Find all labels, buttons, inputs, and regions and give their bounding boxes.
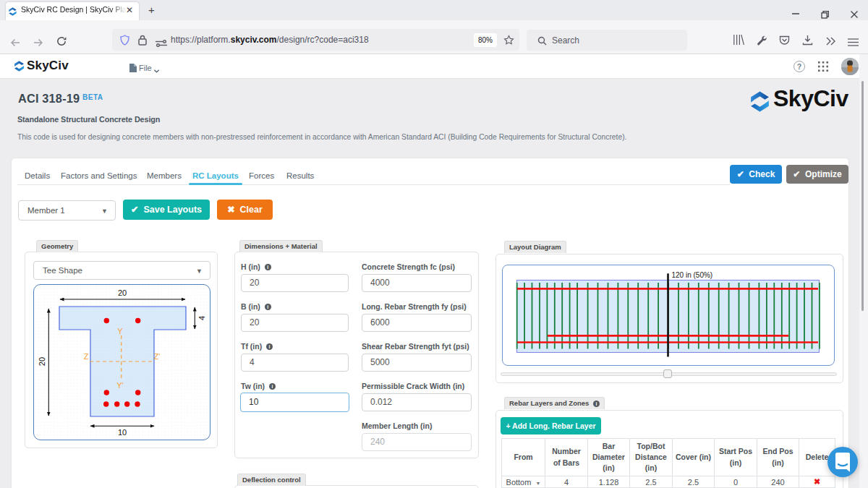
svg-text:Y: Y: [117, 327, 123, 335]
svg-text:120 in (50%): 120 in (50%): [672, 271, 713, 279]
svg-text:20: 20: [38, 357, 46, 366]
svg-text:20: 20: [118, 288, 127, 297]
svg-text:10: 10: [118, 428, 127, 437]
svg-text:Z': Z': [154, 352, 161, 361]
svg-text:4: 4: [197, 316, 206, 320]
svg-text:Y': Y': [116, 381, 123, 390]
svg-text:Z: Z: [84, 352, 89, 361]
